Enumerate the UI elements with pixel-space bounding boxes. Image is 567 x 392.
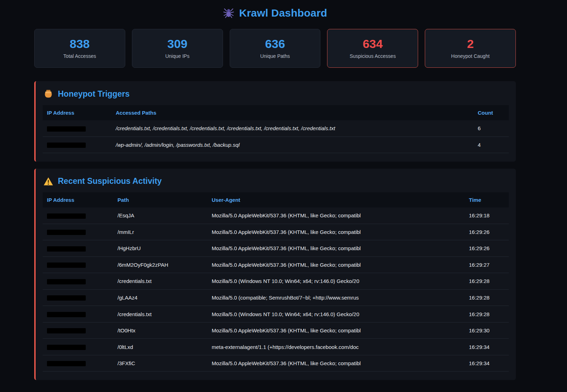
- trigger-count: 6: [473, 120, 509, 137]
- request-path: /gLAAz4: [113, 289, 207, 306]
- suspicious-header-row: IP Address Path User-Agent Time: [43, 192, 509, 207]
- stat-value: 636: [265, 38, 285, 50]
- suspicious-row: /0ltLxdmeta-externalagent/1.1 (+https://…: [43, 339, 509, 355]
- suspicious-panel-header: Recent Suspicious Activity: [43, 176, 509, 186]
- stat-value: 838: [70, 38, 90, 50]
- stat-label: Unique IPs: [165, 53, 189, 59]
- redacted-ip: [47, 230, 86, 235]
- user-agent: Mozilla/5.0 AppleWebKit/537.36 (KHTML, l…: [207, 257, 465, 273]
- ip-cell: [43, 273, 113, 290]
- request-time: 16:29:28: [465, 306, 509, 322]
- request-path: /HgHzbrU: [113, 240, 207, 257]
- warning-icon: [43, 177, 53, 186]
- ip-cell: [43, 306, 113, 322]
- redacted-ip: [47, 295, 86, 301]
- suspicious-row: /credentials.txtMozilla/5.0 (Windows NT …: [43, 273, 509, 290]
- spider-icon: [223, 7, 234, 19]
- request-path: /mmILr: [113, 224, 207, 240]
- request-time: 16:29:34: [465, 339, 509, 355]
- stat-card-suspicious-accesses: 634Suspicious Accesses: [327, 29, 418, 68]
- stat-card-unique-ips: 309Unique IPs: [132, 29, 223, 68]
- stat-card-honeypot-caught: 2Honeypot Caught: [425, 29, 516, 68]
- accessed-paths: /credentials.txt, /credentials.txt, /cre…: [111, 120, 473, 137]
- honeypot-col-ip-address: IP Address: [43, 105, 111, 120]
- stat-card-total-accesses: 838Total Accesses: [34, 29, 125, 68]
- stat-label: Suspicious Accesses: [350, 53, 396, 59]
- suspicious-tbody: /EsqJAMozilla/5.0 AppleWebKit/537.36 (KH…: [43, 207, 509, 372]
- suspicious-row: /EsqJAMozilla/5.0 AppleWebKit/537.36 (KH…: [43, 207, 509, 224]
- page-header: Krawl Dashboard: [34, 0, 516, 29]
- user-agent: Mozilla/5.0 AppleWebKit/537.36 (KHTML, l…: [207, 322, 465, 339]
- honeypot-panel: Honeypot Triggers IP Address Accessed Pa…: [34, 81, 516, 162]
- request-time: 16:29:26: [465, 240, 509, 257]
- redacted-ip: [47, 143, 86, 148]
- redacted-ip: [47, 213, 86, 219]
- suspicious-row: /credentials.txtMozilla/5.0 (Windows NT …: [43, 306, 509, 322]
- redacted-ip: [47, 246, 86, 252]
- honeypot-col-accessed-paths: Accessed Paths: [111, 105, 473, 120]
- suspicious-table: IP Address Path User-Agent Time /EsqJAMo…: [43, 192, 509, 372]
- honeypot-col-count: Count: [473, 105, 509, 120]
- ip-cell: [43, 339, 113, 355]
- ip-cell: [43, 355, 113, 372]
- dashboard: Krawl Dashboard 838Total Accesses309Uniq…: [34, 0, 516, 380]
- honeypot-row: /wp-admin/, /admin/login, /passwords.txt…: [43, 137, 509, 153]
- suspicious-col-ip-address: IP Address: [43, 192, 113, 207]
- redacted-ip: [47, 279, 86, 284]
- stat-value: 634: [363, 38, 383, 50]
- honeypot-row: /credentials.txt, /credentials.txt, /cre…: [43, 120, 509, 137]
- stat-label: Unique Paths: [260, 53, 290, 59]
- redacted-ip: [47, 361, 86, 366]
- suspicious-row: /gLAAz4Mozilla/5.0 (compatible; SemrushB…: [43, 289, 509, 306]
- honeypot-tbody: /credentials.txt, /credentials.txt, /cre…: [43, 120, 509, 153]
- request-time: 16:29:28: [465, 273, 509, 290]
- request-path: /0ltLxd: [113, 339, 207, 355]
- ip-cell: [43, 322, 113, 339]
- ip-cell: [43, 257, 113, 273]
- request-path: /credentials.txt: [113, 273, 207, 290]
- suspicious-col-user-agent: User-Agent: [207, 192, 465, 207]
- user-agent: Mozilla/5.0 AppleWebKit/537.36 (KHTML, l…: [207, 355, 465, 372]
- redacted-ip: [47, 263, 86, 268]
- honeypot-icon: [43, 89, 53, 99]
- user-agent: Mozilla/5.0 (compatible; SemrushBot/7~bl…: [207, 289, 465, 306]
- stat-value: 309: [167, 38, 187, 50]
- honeypot-table: IP Address Accessed Paths Count /credent…: [43, 105, 509, 153]
- stat-label: Honeypot Caught: [451, 53, 490, 59]
- ip-cell: [43, 120, 111, 137]
- stat-value: 2: [467, 38, 474, 50]
- redacted-ip: [47, 328, 86, 333]
- accessed-paths: /wp-admin/, /admin/login, /passwords.txt…: [111, 137, 473, 153]
- request-time: 16:29:28: [465, 289, 509, 306]
- ip-cell: [43, 240, 113, 257]
- redacted-ip: [47, 126, 86, 132]
- suspicious-col-time: Time: [465, 192, 509, 207]
- ip-cell: [43, 224, 113, 240]
- suspicious-col-path: Path: [113, 192, 207, 207]
- request-time: 16:29:18: [465, 207, 509, 224]
- page-title: Krawl Dashboard: [239, 7, 327, 19]
- request-time: 16:29:30: [465, 322, 509, 339]
- user-agent: Mozilla/5.0 AppleWebKit/537.36 (KHTML, l…: [207, 240, 465, 257]
- redacted-ip: [47, 345, 86, 350]
- stat-card-unique-paths: 636Unique Paths: [230, 29, 321, 68]
- request-path: /EsqJA: [113, 207, 207, 224]
- honeypot-panel-header: Honeypot Triggers: [43, 89, 509, 99]
- suspicious-row: /mmILrMozilla/5.0 AppleWebKit/537.36 (KH…: [43, 224, 509, 240]
- suspicious-title: Recent Suspicious Activity: [58, 176, 162, 186]
- suspicious-row: /tO0HtxMozilla/5.0 AppleWebKit/537.36 (K…: [43, 322, 509, 339]
- suspicious-row: /6mM2OyF0gk2zPAHMozilla/5.0 AppleWebKit/…: [43, 257, 509, 273]
- suspicious-row: /HgHzbrUMozilla/5.0 AppleWebKit/537.36 (…: [43, 240, 509, 257]
- honeypot-header-row: IP Address Accessed Paths Count: [43, 105, 509, 120]
- ip-cell: [43, 207, 113, 224]
- request-path: /3FXfiC: [113, 355, 207, 372]
- ip-cell: [43, 289, 113, 306]
- user-agent: Mozilla/5.0 (Windows NT 10.0; Win64; x64…: [207, 306, 465, 322]
- request-path: /tO0Htx: [113, 322, 207, 339]
- user-agent: Mozilla/5.0 (Windows NT 10.0; Win64; x64…: [207, 273, 465, 290]
- request-path: /credentials.txt: [113, 306, 207, 322]
- request-time: 16:29:34: [465, 355, 509, 372]
- request-time: 16:29:27: [465, 257, 509, 273]
- request-path: /6mM2OyF0gk2zPAH: [113, 257, 207, 273]
- user-agent: Mozilla/5.0 AppleWebKit/537.36 (KHTML, l…: [207, 224, 465, 240]
